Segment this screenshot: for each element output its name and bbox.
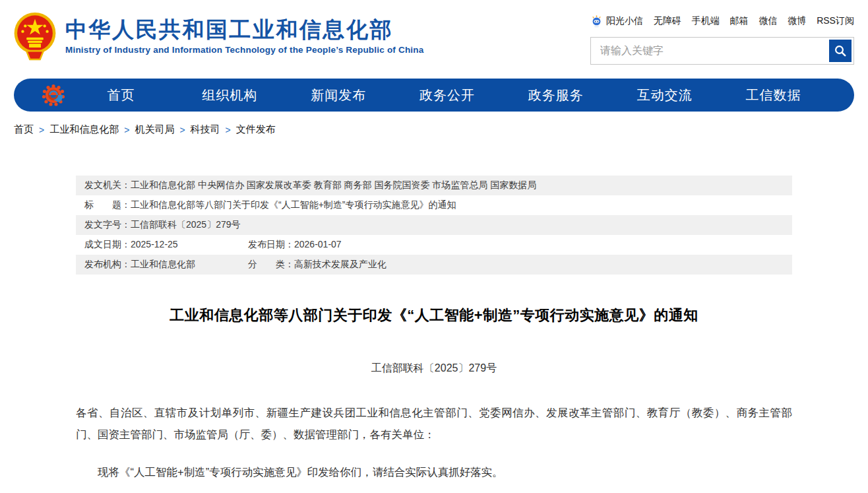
meta-value: 高新技术发展及产业化 bbox=[294, 259, 387, 271]
meta-value: 工信部联科〔2025〕279号 bbox=[131, 219, 241, 231]
nav-item-interaction[interactable]: 互动交流 bbox=[610, 86, 719, 104]
top-links: 阳光小信 无障碍 手机端 邮箱 微信 微博 RSS订阅 bbox=[590, 13, 854, 29]
meta-cell: 发布日期： 2026-01-07 bbox=[248, 239, 342, 251]
article-title: 工业和信息化部等八部门关于印发《“人工智能+制造”专项行动实施意见》的通知 bbox=[76, 306, 792, 325]
search-input[interactable] bbox=[593, 45, 829, 57]
meta-value: 工业和信息化部 bbox=[131, 259, 195, 271]
article-paragraph-recipients: 各省、自治区、直辖市及计划单列市、新疆生产建设兵团工业和信息化主管部门、党委网信… bbox=[76, 402, 792, 445]
breadcrumb-separator: > bbox=[39, 125, 44, 135]
meta-cell: 分 类： 高新技术发展及产业化 bbox=[248, 259, 387, 271]
top-link-wechat[interactable]: 微信 bbox=[759, 15, 777, 27]
nav-item-gov-services[interactable]: 政务服务 bbox=[501, 86, 610, 104]
top-link-mail[interactable]: 邮箱 bbox=[730, 15, 749, 27]
header-right: 阳光小信 无障碍 手机端 邮箱 微信 微博 RSS订阅 bbox=[590, 12, 854, 74]
document-meta-table: 发文机关： 工业和信息化部 中央网信办 国家发展改革委 教育部 商务部 国务院国… bbox=[76, 176, 792, 275]
site-subtitle: Ministry of Industry and Information Tec… bbox=[65, 45, 423, 55]
meta-cell: 发文字号： 工信部联科〔2025〕279号 bbox=[84, 219, 241, 231]
breadcrumb-separator: > bbox=[124, 125, 129, 135]
miit-gear-e-logo-icon bbox=[40, 82, 67, 108]
search-icon bbox=[834, 44, 847, 57]
meta-label: 发文机关： bbox=[84, 180, 131, 191]
main-nav: 首页 组织机构 新闻发布 政务公开 政务服务 互动交流 工信数据 bbox=[14, 79, 854, 112]
document-article: 发文机关： 工业和信息化部 中央网信办 国家发展改革委 教育部 商务部 国务院国… bbox=[76, 176, 792, 483]
nav-items: 首页 组织机构 新闻发布 政务公开 政务服务 互动交流 工信数据 bbox=[67, 86, 828, 104]
meta-row-publisher-category: 发布机构： 工业和信息化部 分 类： 高新技术发展及产业化 bbox=[76, 255, 792, 275]
meta-value: 2026-01-07 bbox=[294, 239, 342, 251]
meta-label: 标 题： bbox=[84, 199, 131, 211]
top-link-weibo[interactable]: 微博 bbox=[788, 15, 806, 27]
meta-row-doc-number: 发文字号： 工信部联科〔2025〕279号 bbox=[76, 215, 792, 235]
search-button[interactable] bbox=[829, 40, 852, 62]
breadcrumb-item-science-tech[interactable]: 科技司 bbox=[191, 123, 220, 136]
meta-row-title: 标 题： 工业和信息化部等八部门关于印发《“人工智能+制造”专项行动实施意见》的… bbox=[76, 195, 792, 215]
meta-row-dates: 成文日期： 2025-12-25 发布日期： 2026-01-07 bbox=[76, 235, 792, 255]
meta-label: 发布机构： bbox=[84, 259, 131, 271]
brand-text: 中华人民共和国工业和信息化部 Ministry of Industry and … bbox=[65, 12, 423, 55]
meta-label: 分 类： bbox=[248, 259, 294, 271]
breadcrumb-separator: > bbox=[179, 125, 185, 135]
national-emblem-icon bbox=[14, 12, 56, 62]
meta-cell: 标 题： 工业和信息化部等八部门关于印发《“人工智能+制造”专项行动实施意见》的… bbox=[84, 199, 456, 211]
top-link-rss[interactable]: RSS订阅 bbox=[817, 15, 854, 27]
meta-label: 发布日期： bbox=[248, 239, 294, 251]
meta-row-issuing-agency: 发文机关： 工业和信息化部 中央网信办 国家发展改革委 教育部 商务部 国务院国… bbox=[76, 176, 792, 195]
meta-cell: 发文机关： 工业和信息化部 中央网信办 国家发展改革委 教育部 商务部 国务院国… bbox=[84, 180, 536, 191]
breadcrumb-item-miit[interactable]: 工业和信息化部 bbox=[49, 123, 119, 136]
page-container: 中华人民共和国工业和信息化部 Ministry of Industry and … bbox=[14, 0, 854, 483]
breadcrumb-item-document-release[interactable]: 文件发布 bbox=[236, 123, 276, 136]
nav-item-organization[interactable]: 组织机构 bbox=[175, 86, 284, 104]
search-box bbox=[590, 37, 854, 65]
article-paragraph-body: 现将《“人工智能+制造”专项行动实施意见》印发给你们，请结合实际认真抓好落实。 bbox=[76, 461, 792, 483]
breadcrumb-item-departments[interactable]: 机关司局 bbox=[135, 123, 174, 136]
breadcrumb-item-home[interactable]: 首页 bbox=[14, 123, 34, 136]
meta-label: 发文字号： bbox=[84, 219, 131, 231]
nav-item-miit-data[interactable]: 工信数据 bbox=[719, 86, 828, 104]
top-link-sunshine-assistant[interactable]: 阳光小信 bbox=[590, 15, 643, 28]
robot-mascot-icon bbox=[590, 15, 603, 28]
top-link-label: 阳光小信 bbox=[606, 15, 643, 27]
meta-value: 2025-12-25 bbox=[131, 239, 178, 251]
top-link-mobile[interactable]: 手机端 bbox=[692, 15, 720, 27]
meta-cell: 发布机构： 工业和信息化部 bbox=[84, 259, 248, 271]
meta-value: 工业和信息化部 中央网信办 国家发展改革委 教育部 商务部 国务院国资委 市场监… bbox=[131, 180, 536, 191]
meta-value: 工业和信息化部等八部门关于印发《“人工智能+制造”专项行动实施意见》的通知 bbox=[131, 199, 456, 211]
site-title: 中华人民共和国工业和信息化部 bbox=[65, 16, 423, 43]
meta-cell: 成文日期： 2025-12-25 bbox=[84, 239, 248, 251]
nav-item-news[interactable]: 新闻发布 bbox=[284, 86, 393, 104]
nav-item-home[interactable]: 首页 bbox=[67, 86, 175, 104]
breadcrumb: 首页 > 工业和信息化部 > 机关司局 > 科技司 > 文件发布 bbox=[14, 123, 854, 136]
site-brand: 中华人民共和国工业和信息化部 Ministry of Industry and … bbox=[14, 12, 423, 74]
breadcrumb-separator: > bbox=[226, 125, 231, 135]
site-header: 中华人民共和国工业和信息化部 Ministry of Industry and … bbox=[14, 0, 854, 74]
top-link-accessibility[interactable]: 无障碍 bbox=[654, 15, 681, 27]
meta-label: 成文日期： bbox=[84, 239, 131, 251]
article-doc-number: 工信部联科〔2025〕279号 bbox=[76, 362, 792, 376]
nav-item-gov-disclosure[interactable]: 政务公开 bbox=[393, 86, 502, 104]
